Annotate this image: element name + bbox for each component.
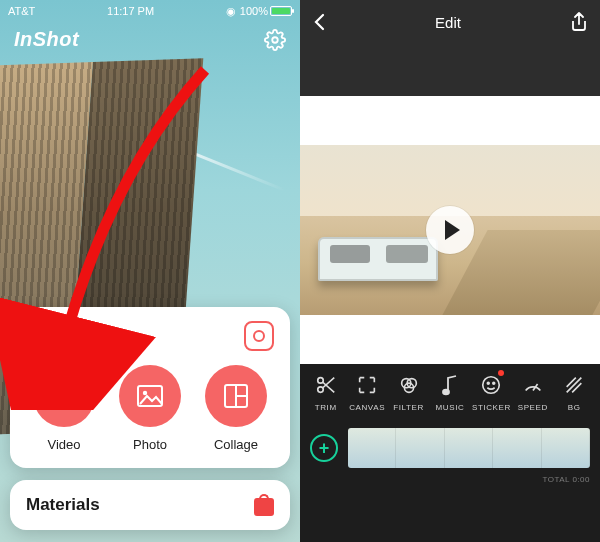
svg-point-16 xyxy=(493,382,495,384)
location-icon: ◉ xyxy=(226,5,236,18)
sticker-icon xyxy=(478,372,504,398)
add-clip-button[interactable]: + xyxy=(310,434,338,462)
tool-label: STICKER xyxy=(472,403,511,412)
collage-label: Collage xyxy=(214,437,258,452)
speed-icon xyxy=(520,372,546,398)
video-preview[interactable] xyxy=(300,145,600,315)
home-screen: AT&T 11:17 PM ◉ 100% InShot Create New xyxy=(0,0,300,542)
play-button[interactable] xyxy=(426,206,474,254)
tool-label: BG xyxy=(568,403,581,412)
app-logo: InShot xyxy=(14,28,79,51)
photo-label: Photo xyxy=(133,437,167,452)
tool-canvas[interactable]: CANVAS xyxy=(347,372,386,412)
filter-icon xyxy=(396,372,422,398)
edit-title: Edit xyxy=(435,14,461,31)
share-button[interactable] xyxy=(570,12,588,32)
bg-icon xyxy=(561,372,587,398)
video-label: Video xyxy=(47,437,80,452)
settings-button[interactable] xyxy=(264,29,286,51)
tool-sticker[interactable]: STICKER xyxy=(472,372,511,412)
video-icon xyxy=(33,365,95,427)
shopping-bag-icon xyxy=(254,494,274,516)
photo-icon xyxy=(119,365,181,427)
edit-sub-bar xyxy=(300,44,600,96)
tool-filter[interactable]: FILTER xyxy=(389,372,428,412)
tool-label: FILTER xyxy=(393,403,424,412)
canvas-icon xyxy=(354,372,380,398)
tool-label: CANVAS xyxy=(349,403,385,412)
create-option-video[interactable]: Video xyxy=(26,365,102,452)
battery-percent: 100% xyxy=(240,5,268,17)
camera-button[interactable] xyxy=(244,321,274,351)
svg-point-14 xyxy=(483,377,500,394)
materials-card[interactable]: Materials xyxy=(10,480,290,530)
editor-toolbar: TRIM CANVAS FILTER MUSIC STICKER SPEED xyxy=(300,364,600,542)
tool-label: MUSIC xyxy=(436,403,465,412)
status-bar: AT&T 11:17 PM ◉ 100% xyxy=(0,0,300,22)
svg-point-4 xyxy=(143,391,147,395)
create-new-card: Create New Video Photo Collage xyxy=(10,307,290,468)
tool-label: SPEED xyxy=(518,403,548,412)
tool-music[interactable]: MUSIC xyxy=(430,372,469,412)
timeline-thumbnails[interactable] xyxy=(348,428,590,468)
create-option-collage[interactable]: Collage xyxy=(198,365,274,452)
music-icon xyxy=(437,372,463,398)
preview-area xyxy=(300,96,600,364)
svg-point-13 xyxy=(443,390,449,395)
app-bar: InShot xyxy=(0,22,300,51)
svg-point-8 xyxy=(317,378,323,384)
play-icon xyxy=(445,220,460,240)
carrier-label: AT&T xyxy=(8,5,35,17)
tool-label: TRIM xyxy=(315,403,337,412)
timeline-total-label: TOTAL 0:00 xyxy=(542,475,590,484)
scissors-icon xyxy=(313,372,339,398)
create-option-photo[interactable]: Photo xyxy=(112,365,188,452)
create-title: Create New xyxy=(26,326,126,347)
collage-icon xyxy=(205,365,267,427)
tool-trim[interactable]: TRIM xyxy=(306,372,345,412)
tool-bg[interactable]: BG xyxy=(555,372,594,412)
svg-point-9 xyxy=(317,387,323,393)
svg-rect-1 xyxy=(51,389,77,407)
back-button[interactable] xyxy=(312,13,326,31)
battery-indicator: 100% xyxy=(240,5,292,17)
edit-screen: Edit TRIM CANVAS FILTER MUSIC xyxy=(300,0,600,542)
svg-point-15 xyxy=(488,382,490,384)
svg-point-0 xyxy=(272,37,278,43)
edit-top-bar: Edit xyxy=(300,0,600,44)
tool-speed[interactable]: SPEED xyxy=(513,372,552,412)
clock-label: 11:17 PM xyxy=(107,5,154,17)
materials-title: Materials xyxy=(26,495,100,515)
